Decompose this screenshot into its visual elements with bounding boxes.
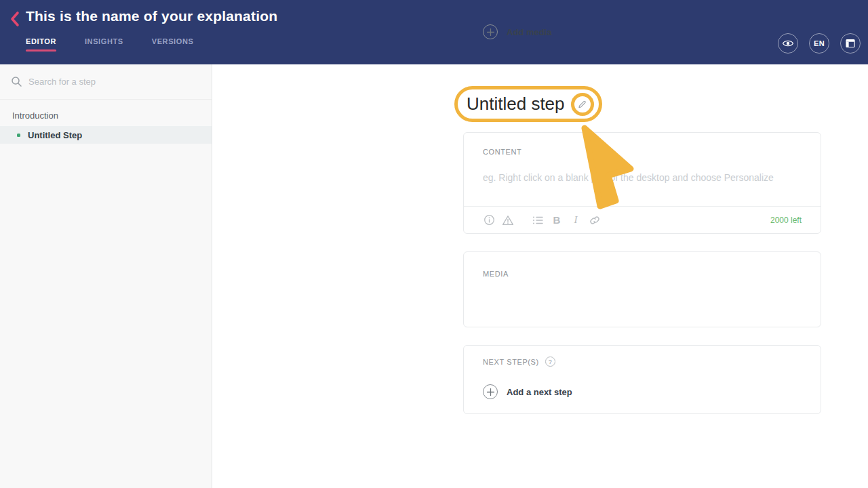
tab-editor[interactable]: EDITOR xyxy=(26,37,56,52)
content-toolbar: B I 2000 left xyxy=(464,206,821,233)
next-steps-card: NEXT STEP(S) ? Add a next step xyxy=(463,345,821,414)
add-next-step-button[interactable]: Add a next step xyxy=(483,384,572,399)
tab-insights[interactable]: INSIGHTS xyxy=(85,37,123,52)
preview-button[interactable] xyxy=(778,33,798,54)
next-steps-label-row: NEXT STEP(S) ? xyxy=(483,357,555,367)
edit-title-button[interactable] xyxy=(571,93,594,116)
characters-left-counter: 2000 left xyxy=(770,216,802,225)
layout-button[interactable] xyxy=(840,33,861,54)
step-status-dot xyxy=(17,134,20,137)
add-next-step-label: Add a next step xyxy=(507,387,572,397)
back-chevron-icon xyxy=(9,10,22,28)
pencil-icon xyxy=(577,99,587,109)
sidebar-section-introduction: Introduction xyxy=(12,110,212,121)
eye-icon xyxy=(782,37,794,49)
add-media-button[interactable]: Add media xyxy=(483,24,551,39)
add-media-label: Add media xyxy=(507,27,551,37)
info-icon[interactable] xyxy=(483,214,495,226)
content-card-label: CONTENT xyxy=(483,148,521,156)
search-icon xyxy=(11,76,22,87)
warning-icon[interactable] xyxy=(502,214,514,226)
top-navigation-bar: This is the name of your explanation EDI… xyxy=(0,0,868,64)
content-text-input[interactable] xyxy=(483,172,802,195)
media-card-label: MEDIA xyxy=(483,270,509,278)
tab-versions[interactable]: VERSIONS xyxy=(152,37,194,52)
header-tabs: EDITOR INSIGHTS VERSIONS xyxy=(26,37,193,52)
explanation-title: This is the name of your explanation xyxy=(26,8,277,24)
bold-icon[interactable]: B xyxy=(551,214,563,226)
italic-icon[interactable]: I xyxy=(570,214,582,226)
content-card: CONTENT xyxy=(463,132,821,234)
step-search-row xyxy=(0,64,212,100)
sidebar-item-untitled-step[interactable]: Untitled Step xyxy=(0,126,212,144)
language-badge: EN xyxy=(814,39,825,47)
list-icon[interactable] xyxy=(532,214,544,226)
back-button[interactable] xyxy=(9,10,22,28)
step-search-input[interactable] xyxy=(28,77,201,87)
step-title[interactable]: Untitled step xyxy=(467,94,565,115)
plus-icon xyxy=(483,384,498,399)
help-icon[interactable]: ? xyxy=(545,357,555,367)
media-card: MEDIA Add media xyxy=(463,251,821,327)
next-steps-card-label: NEXT STEP(S) xyxy=(483,358,539,366)
step-item-label: Untitled Step xyxy=(28,130,82,140)
steps-sidebar: Introduction Untitled Step xyxy=(0,64,212,488)
link-icon[interactable] xyxy=(589,214,601,226)
step-title-highlight[interactable]: Untitled step xyxy=(454,86,602,122)
panel-layout-icon xyxy=(844,37,856,49)
language-button[interactable]: EN xyxy=(809,33,829,54)
plus-icon xyxy=(483,24,498,39)
